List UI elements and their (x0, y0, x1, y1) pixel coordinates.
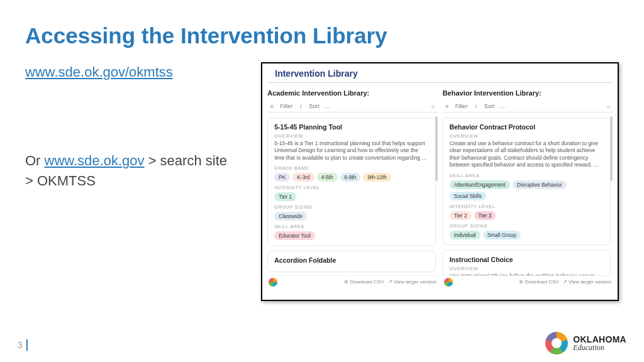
download-csv[interactable]: ⊕ Download CSV (519, 279, 558, 285)
view-larger[interactable]: ↗ View larger version (388, 279, 436, 285)
or-prefix: Or (25, 153, 45, 168)
tag-pill: Classwide (274, 212, 307, 221)
tag-pill: Disruptive Behavior (513, 180, 567, 189)
pill-row: Tier 2Tier 3 (450, 211, 604, 220)
overview-text: Use Instructional Choice before the prob… (450, 273, 604, 275)
scrollbar[interactable] (435, 116, 438, 182)
field-label: GROUP SIZING (274, 204, 428, 210)
brand-logo-icon (545, 332, 568, 354)
filter-icon[interactable]: ≡ (444, 103, 450, 109)
page-number: 3 (18, 339, 28, 351)
tag-pill: Tier 1 (274, 192, 296, 201)
list-item[interactable]: 5-15-45 Planning ToolOVERVIEW5-15-45 is … (267, 118, 435, 246)
tag-pill: 4-5th (317, 173, 338, 182)
tag-pill: 6-8th (340, 173, 361, 182)
more-icon[interactable]: … (499, 103, 505, 109)
notion-logo-icon (444, 278, 453, 287)
tag-pill: Tier 2 (450, 211, 472, 220)
slide-title: Accessing the Intervention Library (25, 24, 619, 48)
pill-row: IndividualSmall Group (450, 231, 604, 239)
tag-pill: Social Skills (450, 192, 486, 200)
brand-line1: OKLAHOMA (573, 335, 626, 344)
field-label: GROUP SIZING (450, 223, 604, 229)
pill-row: Educator Tool (274, 231, 428, 240)
tag-pill: K-3rd (292, 173, 314, 182)
academic-title: Academic Intervention Library: (267, 89, 437, 97)
pill-row: Tier 1 (274, 192, 428, 201)
overview-text: Create and use a behavior contract for a… (450, 140, 604, 169)
card-title: Accordion Foldable (274, 256, 428, 264)
tag-pill: Small Group (483, 231, 521, 239)
brand: OKLAHOMA Education (545, 332, 626, 354)
pill-row: PKK-3rd4-5th6-8th9th-12th (274, 173, 428, 182)
tag-pill: Attention/Engagement (450, 180, 510, 189)
notion-logo-icon (269, 278, 277, 287)
field-label: SKILL AREA (450, 173, 604, 178)
sort-icon[interactable]: ↕ (473, 103, 479, 109)
tag-pill: Individual (450, 231, 480, 239)
behavior-panel: Behavior Intervention Library: ≡ Filter … (443, 87, 613, 287)
field-label: INTENSITY LEVEL (450, 204, 604, 209)
filter-label[interactable]: Filter (455, 103, 468, 109)
overview-text: 5-15-45 is a Tier 1 instructional planni… (274, 140, 428, 162)
overview-label: OVERVIEW (450, 133, 604, 139)
search-icon[interactable]: ⌕ (430, 103, 436, 109)
card-title: Behavior Contract Protocol (450, 123, 604, 131)
view-larger[interactable]: ↗ View larger version (563, 279, 611, 285)
overview-label: OVERVIEW (274, 133, 428, 139)
tag-pill: Educator Tool (274, 231, 315, 240)
field-label: GRADE BAND (274, 165, 428, 171)
scrollbar[interactable] (610, 116, 613, 182)
filter-label[interactable]: Filter (280, 103, 292, 109)
field-label: SKILL AREA (274, 224, 428, 229)
link-okmtss[interactable]: www.sde.ok.gov/okmtss (25, 64, 173, 80)
link-sde[interactable]: www.sde.ok.gov (45, 153, 145, 168)
card-title: 5-15-45 Planning Tool (274, 123, 428, 131)
tag-pill: Tier 3 (474, 211, 496, 220)
pill-row: Attention/EngagementDisruptive BehaviorS… (450, 180, 604, 200)
field-label: INTENSITY LEVEL (274, 185, 428, 190)
academic-panel: Academic Intervention Library: ≡ Filter … (267, 87, 437, 287)
tag-pill: PK (274, 173, 290, 182)
list-item[interactable]: Accordion Foldable (267, 251, 435, 272)
behavior-title: Behavior Intervention Library: (443, 89, 613, 97)
sort-label[interactable]: Sort (309, 103, 319, 109)
filter-icon[interactable]: ≡ (269, 103, 275, 109)
list-item[interactable]: Behavior Contract ProtocolOVERVIEWCreate… (443, 118, 611, 245)
search-icon[interactable]: ⌕ (605, 103, 611, 109)
academic-toolbar: ≡ Filter ↕ Sort … ⌕ (267, 101, 437, 112)
pill-row: Classwide (274, 212, 428, 221)
left-text-column: www.sde.ok.gov/okmtss Or www.sde.ok.gov … (25, 62, 238, 301)
tag-pill: 9th-12th (363, 173, 391, 182)
overview-label: OVERVIEW (450, 266, 604, 272)
screenshot-header: Intervention Library (267, 63, 613, 83)
more-icon[interactable]: … (325, 103, 330, 109)
sort-icon[interactable]: ↕ (297, 103, 304, 109)
card-title: Instructional Choice (450, 256, 604, 263)
brand-line2: Education (573, 344, 626, 351)
download-csv[interactable]: ⊕ Download CSV (344, 279, 384, 285)
screenshot-panel: Intervention Library Academic Interventi… (261, 62, 619, 301)
list-item[interactable]: Instructional ChoiceOVERVIEWUse Instruct… (443, 250, 611, 275)
sort-label[interactable]: Sort (484, 103, 495, 109)
behavior-toolbar: ≡ Filter ↕ Sort … ⌕ (443, 101, 613, 112)
